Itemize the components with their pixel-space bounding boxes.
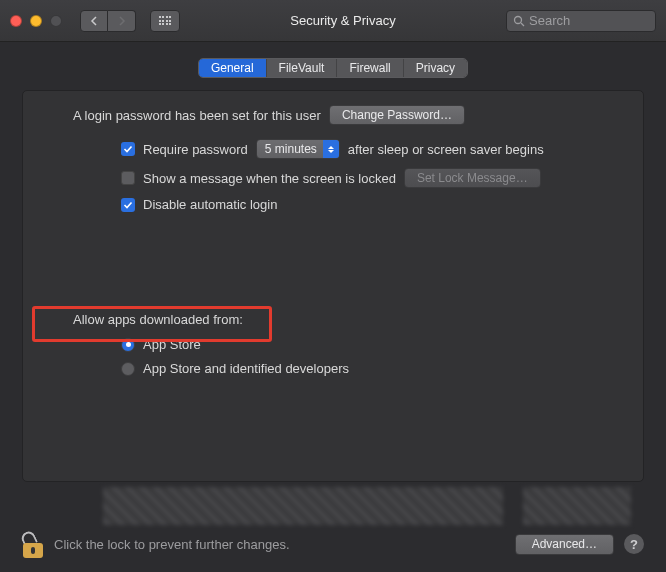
footer: Click the lock to prevent further change…	[0, 516, 666, 572]
disable-auto-login-label: Disable automatic login	[143, 197, 277, 212]
select-arrows-icon	[323, 140, 339, 158]
content-panel: A login password has been set for this u…	[22, 90, 644, 482]
tab-privacy[interactable]: Privacy	[404, 59, 467, 77]
tab-firewall[interactable]: Firewall	[337, 59, 403, 77]
require-password-delay-value: 5 minutes	[265, 142, 317, 156]
advanced-button[interactable]: Advanced…	[515, 534, 614, 555]
login-password-status: A login password has been set for this u…	[73, 108, 321, 123]
window-title: Security & Privacy	[188, 13, 498, 28]
search-placeholder: Search	[529, 13, 570, 28]
lock-icon[interactable]	[22, 530, 44, 558]
require-password-checkbox[interactable]	[121, 142, 135, 156]
disable-auto-login-checkbox[interactable]	[121, 198, 135, 212]
window-titlebar: Security & Privacy Search	[0, 0, 666, 42]
radio-app-store-label: App Store	[143, 337, 201, 352]
require-password-label: Require password	[143, 142, 248, 157]
radio-app-store[interactable]	[121, 338, 135, 352]
change-password-button[interactable]: Change Password…	[329, 105, 465, 125]
nav-buttons	[80, 10, 136, 32]
tab-bar: General FileVault Firewall Privacy	[0, 58, 666, 78]
show-lock-message-checkbox[interactable]	[121, 171, 135, 185]
search-icon	[513, 15, 525, 27]
svg-line-1	[521, 23, 524, 26]
tab-general[interactable]: General	[199, 59, 267, 77]
back-button[interactable]	[80, 10, 108, 32]
help-button[interactable]: ?	[624, 534, 644, 554]
require-password-suffix: after sleep or screen saver begins	[348, 142, 544, 157]
zoom-window-button	[50, 15, 62, 27]
radio-identified-developers-label: App Store and identified developers	[143, 361, 349, 376]
close-window-button[interactable]	[10, 15, 22, 27]
forward-button	[108, 10, 136, 32]
require-password-delay-select[interactable]: 5 minutes	[256, 139, 340, 159]
grid-icon	[159, 16, 172, 25]
svg-point-0	[515, 16, 522, 23]
radio-identified-developers[interactable]	[121, 362, 135, 376]
show-all-button[interactable]	[150, 10, 180, 32]
search-input[interactable]: Search	[506, 10, 656, 32]
tab-filevault[interactable]: FileVault	[267, 59, 338, 77]
minimize-window-button[interactable]	[30, 15, 42, 27]
allow-apps-label: Allow apps downloaded from:	[73, 312, 623, 327]
lock-hint-text: Click the lock to prevent further change…	[54, 537, 505, 552]
window-controls	[10, 15, 62, 27]
show-lock-message-label: Show a message when the screen is locked	[143, 171, 396, 186]
set-lock-message-button: Set Lock Message…	[404, 168, 541, 188]
